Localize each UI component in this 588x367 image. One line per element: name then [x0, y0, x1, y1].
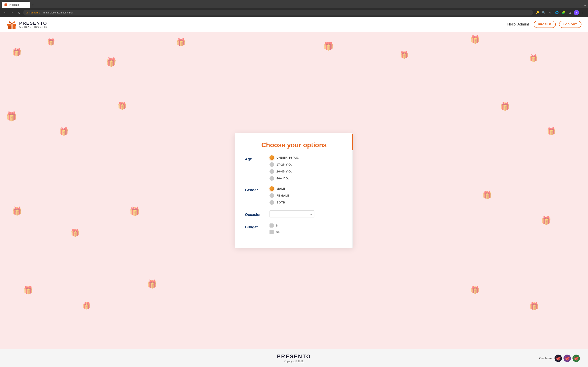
site-header: PRESENTO WE READ THOUGHTS Hello, Admin! …: [0, 17, 588, 32]
site-footer: PRESENTO Copyright © 2023. Our Team: 🐙 🐙…: [0, 349, 588, 367]
age-option[interactable]: 26-45 Y.O.: [269, 169, 343, 174]
gender-option[interactable]: MALE: [269, 186, 343, 191]
gift-decoration: 🎁: [147, 279, 157, 289]
gender-option[interactable]: FEMALE: [269, 193, 343, 198]
occasion-dropdown-wrapper: Birthday Anniversary Christmas Wedding ⌄: [269, 210, 314, 218]
user-avatar[interactable]: T: [574, 10, 579, 15]
occasion-row: Occasion Birthday Anniversary Christmas …: [245, 210, 343, 218]
age-option[interactable]: UNDER 16 Y.O.: [269, 155, 343, 160]
nav-back-button[interactable]: ←: [2, 10, 8, 15]
occasion-section: Occasion Birthday Anniversary Christmas …: [245, 210, 343, 218]
checkbox-icon: [269, 224, 274, 227]
logo-area: PRESENTO WE READ THOUGHTS: [7, 19, 47, 30]
budget-option-label: $$: [276, 230, 280, 234]
svg-rect-3: [11, 24, 13, 29]
radio-circle-icon: [269, 186, 274, 191]
gender-option-label: FEMALE: [277, 194, 290, 197]
tab-title: Presento: [9, 3, 24, 6]
gender-option[interactable]: BOTH: [269, 200, 343, 205]
tab-close-icon[interactable]: ×: [26, 3, 27, 7]
gift-decoration: 🎁: [529, 54, 538, 62]
gift-decoration: 🎁: [470, 35, 480, 44]
github-icon-2[interactable]: 🐙: [563, 355, 571, 362]
browser-chrome: Presento × + ⌄ ← → ↻ ⚠ Ненадійне | mate-…: [0, 0, 588, 17]
gift-decoration: 🎁: [529, 301, 539, 310]
gift-decoration: 🎁: [130, 206, 140, 216]
logo-icon: [7, 19, 17, 30]
browser-toolbar: 🔑 🔍 ☆ 🌐 🧩 ⊡ T ⋮: [535, 10, 586, 15]
security-label: Ненадійне: [29, 11, 40, 14]
age-option[interactable]: 46+ Y.O.: [269, 176, 343, 181]
logo-text-area: PRESENTO WE READ THOUGHTS: [19, 21, 47, 28]
nav-forward-button[interactable]: →: [9, 10, 15, 15]
occasion-select[interactable]: Birthday Anniversary Christmas Wedding: [269, 210, 314, 218]
globe-icon[interactable]: 🌐: [554, 10, 559, 15]
age-section: Age UNDER 16 Y.O. 17-25 Y.O. 26-45 Y.O. …: [245, 155, 343, 181]
budget-label: Budget: [245, 224, 265, 229]
gender-options: MALE FEMALE BOTH: [269, 186, 343, 205]
footer-copyright: Copyright © 2023.: [284, 360, 304, 363]
modal-scrollbar[interactable]: [352, 133, 353, 248]
gender-option-label: MALE: [277, 187, 285, 190]
window-icon[interactable]: ⊡: [567, 10, 572, 15]
address-separator: |: [42, 11, 42, 14]
browser-address-bar: ← → ↻ ⚠ Ненадійне | mate-presento.in.net…: [0, 8, 588, 17]
nav-refresh-button[interactable]: ↻: [16, 10, 22, 15]
gift-decoration: 🎁: [106, 57, 116, 67]
gift-decoration: 🎁: [541, 216, 551, 225]
logo-text-sub: WE READ THOUGHTS: [19, 26, 47, 28]
filter-modal: Choose your options Age UNDER 16 Y.O. 17…: [235, 133, 353, 248]
page-background: 🎁 🎁 🎁 🎁 🎁 🎁 🎁 🎁 🎁 🎁 🎁 🎁 🎁 🎁 🎁 🎁 🎁 🎁 🎁 🎁: [0, 32, 588, 349]
gift-decoration: 🎁: [82, 301, 91, 310]
budget-options: $ $$: [269, 224, 343, 234]
age-label: Age: [245, 155, 265, 161]
gift-decoration: 🎁: [6, 111, 17, 122]
footer-center: PRESENTO Copyright © 2023.: [277, 353, 311, 363]
gift-decoration: 🎁: [12, 48, 21, 57]
radio-circle-icon: [269, 162, 274, 167]
bookmark-icon[interactable]: ☆: [548, 10, 553, 15]
profile-button[interactable]: PROFILE: [534, 21, 555, 28]
modal-title: Choose your options: [245, 141, 343, 149]
age-options: UNDER 16 Y.O. 17-25 Y.O. 26-45 Y.O. 46+ …: [269, 155, 343, 181]
checkbox-icon: [269, 230, 274, 234]
new-tab-button[interactable]: +: [30, 3, 36, 7]
address-bar-input[interactable]: ⚠ Ненадійне | mate-presento.in.net/#/fil…: [23, 10, 533, 16]
radio-circle-icon: [269, 200, 274, 205]
extension-icon[interactable]: 🧩: [561, 10, 566, 15]
gender-row: Gender MALE FEMALE BOTH: [245, 186, 343, 205]
gender-option-label: BOTH: [277, 201, 285, 204]
github-icon-1[interactable]: 🐙: [554, 355, 562, 362]
footer-logo: PRESENTO: [277, 353, 311, 360]
footer-team-label: Our Team:: [539, 357, 553, 360]
gift-decoration: 🎁: [24, 286, 33, 295]
tab-list-icon[interactable]: ⌄: [584, 3, 586, 7]
browser-tab[interactable]: Presento ×: [2, 2, 30, 8]
page-wrapper: PRESENTO WE READ THOUGHTS Hello, Admin! …: [0, 17, 588, 367]
budget-option[interactable]: $$: [269, 230, 343, 234]
age-option-label: 26-45 Y.O.: [277, 170, 292, 173]
logout-button[interactable]: LOG OUT: [559, 21, 581, 28]
header-greeting: Hello, Admin!: [507, 22, 529, 26]
gift-decoration: 🎁: [59, 127, 68, 136]
header-right: Hello, Admin! PROFILE LOG OUT: [507, 21, 581, 28]
gender-label: Gender: [245, 186, 265, 192]
radio-circle-icon: [269, 169, 274, 174]
age-option-label: UNDER 16 Y.O.: [277, 156, 299, 159]
gift-decoration: 🎁: [176, 38, 186, 47]
gift-decoration: 🎁: [482, 191, 492, 200]
menu-icon[interactable]: ⋮: [580, 10, 586, 15]
search-icon[interactable]: 🔍: [541, 10, 546, 15]
key-icon[interactable]: 🔑: [535, 10, 540, 15]
radio-circle-icon: [269, 176, 274, 181]
gift-decoration: 🎁: [547, 127, 556, 136]
github-icon-3[interactable]: 🐙: [572, 355, 580, 362]
budget-option[interactable]: $: [269, 224, 343, 227]
gift-decoration: 🎁: [323, 42, 334, 51]
budget-section: Budget $ $$: [245, 224, 343, 234]
radio-circle-icon: [269, 155, 274, 160]
age-option[interactable]: 17-25 Y.O.: [269, 162, 343, 167]
age-row: Age UNDER 16 Y.O. 17-25 Y.O. 26-45 Y.O. …: [245, 155, 343, 181]
budget-row: Budget $ $$: [245, 224, 343, 234]
gift-decoration: 🎁: [400, 51, 409, 59]
